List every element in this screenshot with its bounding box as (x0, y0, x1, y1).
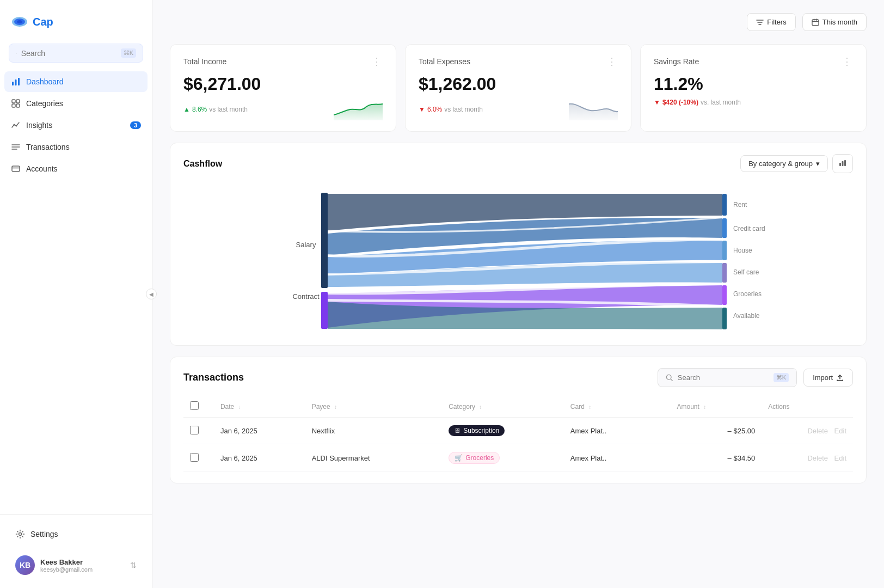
nav-items: Dashboard Categories Insights 3 (0, 71, 152, 514)
col-header-category[interactable]: Category ↕ (442, 396, 564, 418)
sidebar-item-settings[interactable]: Settings (9, 524, 143, 544)
svg-text:Contract: Contract (292, 292, 320, 301)
sort-icon-card: ↕ (588, 404, 591, 410)
sidebar-item-label: Accounts (26, 164, 58, 173)
stat-change-savings: ▼ $420 (-10%) vs. last month (654, 99, 741, 106)
col-header-actions: Actions (762, 396, 853, 418)
delete-button-0[interactable]: Delete (807, 427, 828, 435)
sidebar: Cap ⌘K Dashboard Categori (0, 0, 152, 588)
category-group-button[interactable]: By category & group ▾ (740, 155, 828, 172)
import-button[interactable]: Import (803, 369, 853, 387)
sidebar-item-insights[interactable]: Insights 3 (4, 115, 148, 136)
row-amount-0: – $25.00 (671, 418, 762, 444)
sidebar-item-dashboard[interactable]: Dashboard (4, 71, 148, 92)
search-shortcut: ⌘K (121, 48, 136, 58)
col-header-card[interactable]: Card ↕ (564, 396, 671, 418)
transactions-section: Transactions ⌘K Import (170, 357, 867, 483)
svg-rect-38 (321, 193, 328, 288)
search-icon (16, 50, 17, 57)
svg-point-2 (17, 20, 22, 23)
row-category-0: 🖥 Subscription (442, 418, 564, 444)
svg-point-19 (19, 533, 22, 536)
cashflow-title: Cashflow (183, 159, 222, 169)
svg-rect-43 (722, 263, 727, 283)
stat-title-savings: Savings Rate (654, 57, 699, 66)
edit-button-0[interactable]: Edit (834, 427, 846, 435)
table-row: Jan 6, 2025 Nextflix 🖥 Subscription Amex… (183, 418, 853, 444)
stat-more-expenses[interactable]: ⋮ (607, 56, 618, 68)
sidebar-item-categories[interactable]: Categories (4, 93, 148, 114)
change-value-savings: $420 (-10%) (662, 99, 698, 106)
col-header-date[interactable]: Date ↓ (214, 396, 305, 418)
svg-rect-39 (321, 292, 328, 329)
sidebar-item-accounts[interactable]: Accounts (4, 158, 148, 179)
sidebar-collapse-handle[interactable]: ◀ (146, 289, 157, 299)
category-badge-0[interactable]: 🖥 Subscription (449, 425, 505, 436)
stat-card-income: Total Income ⋮ $6,271.00 ▲ 8.6% vs last … (170, 44, 396, 132)
edit-button-1[interactable]: Edit (834, 454, 846, 462)
filter-icon (756, 19, 764, 26)
row-category-1: 🛒 Groceries (442, 444, 564, 472)
transaction-search-input[interactable] (678, 373, 769, 382)
search-shortcut-badge: ⌘K (773, 373, 789, 382)
sidebar-item-label: Categories (26, 99, 63, 108)
svg-rect-5 (12, 82, 14, 85)
col-header-payee[interactable]: Payee ↕ (305, 396, 443, 418)
chart-type-button[interactable] (832, 154, 853, 173)
category-badge-1[interactable]: 🛒 Groceries (449, 452, 500, 464)
sidebar-item-transactions[interactable]: Transactions (4, 137, 148, 157)
row-checkbox-1[interactable] (190, 453, 199, 462)
bar-chart-icon (11, 77, 21, 87)
svg-text:Credit card: Credit card (733, 225, 765, 232)
stat-more-income[interactable]: ⋮ (372, 56, 383, 68)
row-payee-1: ALDI Supermarket (305, 444, 443, 472)
stat-value-savings: 11.2% (654, 74, 853, 94)
sidebar-item-label: Dashboard (26, 77, 64, 86)
sparkline-income (334, 99, 383, 120)
transaction-search-box[interactable]: ⌘K (658, 368, 797, 387)
sidebar-search[interactable]: ⌘K (9, 44, 143, 63)
row-checkbox-0[interactable] (190, 426, 199, 434)
col-header-amount[interactable]: Amount ↕ (671, 396, 762, 418)
sort-icon-amount: ↕ (703, 404, 706, 410)
delete-button-1[interactable]: Delete (807, 454, 828, 462)
stat-title-expenses: Total Expenses (419, 57, 470, 66)
bar-chart-small-icon (838, 158, 847, 167)
grid-icon (11, 99, 21, 108)
change-arrow-savings: ▼ (654, 99, 660, 106)
this-month-button[interactable]: This month (802, 13, 867, 31)
svg-rect-29 (844, 160, 846, 166)
svg-rect-44 (722, 285, 727, 305)
logo-icon (11, 13, 28, 30)
svg-rect-9 (16, 100, 20, 103)
svg-rect-45 (722, 308, 727, 329)
row-payee-0: Nextflix (305, 418, 443, 444)
svg-text:Salary: Salary (296, 241, 316, 249)
svg-text:Available: Available (733, 312, 760, 320)
cashflow-header: Cashflow By category & group ▾ (183, 154, 853, 173)
transactions-body: Jan 6, 2025 Nextflix 🖥 Subscription Amex… (183, 418, 853, 472)
svg-rect-23 (812, 20, 819, 26)
search-input[interactable] (21, 49, 116, 58)
user-info: Kees Bakker keesyb@gmail.com (40, 558, 125, 573)
select-all-checkbox[interactable] (190, 401, 199, 410)
import-label: Import (813, 373, 833, 382)
logo[interactable]: Cap (0, 0, 152, 39)
main-content: Filters This month Total Income ⋮ $6,271… (152, 0, 884, 588)
svg-rect-28 (842, 161, 844, 166)
svg-rect-11 (16, 104, 20, 107)
sankey-svg: Salary Contract Rent Credit card House S… (183, 182, 853, 334)
stat-more-savings[interactable]: ⋮ (842, 56, 853, 68)
row-amount-1: – $34.50 (671, 444, 762, 472)
change-value-expenses: 6.0% (427, 106, 442, 113)
transactions-table: Date ↓ Payee ↕ Category ↕ Card ↕ (183, 396, 853, 472)
user-profile[interactable]: KB Kees Bakker keesyb@gmail.com ⇅ (9, 551, 143, 579)
svg-point-12 (14, 124, 15, 126)
vs-label-savings: vs. last month (701, 99, 741, 106)
vs-label-expenses: vs last month (444, 106, 483, 113)
row-actions-1: Delete Edit (762, 444, 853, 472)
chevron-updown-icon: ⇅ (130, 561, 137, 569)
transactions-header: Transactions ⌘K Import (183, 368, 853, 387)
filters-button[interactable]: Filters (747, 13, 795, 31)
sort-icon-payee: ↕ (334, 404, 337, 410)
